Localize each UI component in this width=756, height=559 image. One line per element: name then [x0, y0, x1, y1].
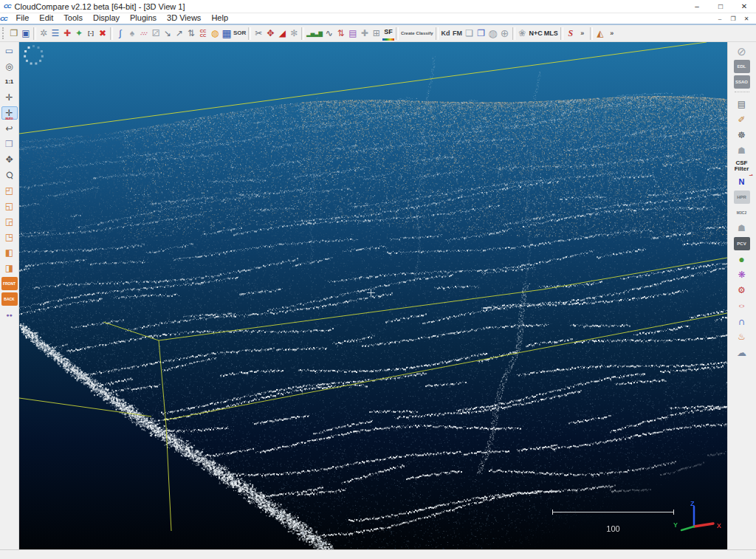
open-file-button[interactable]: ❐: [8, 27, 20, 41]
animation-plugin-button[interactable]: ▤: [734, 97, 750, 111]
menu-3d-views[interactable]: 3D Views: [162, 13, 206, 24]
normals-compute-button[interactable]: N+C: [529, 27, 543, 41]
profile-curve-button[interactable]: ∿: [323, 27, 335, 41]
menu-display[interactable]: Display: [88, 13, 125, 24]
checker-pattern-button[interactable]: ▦: [221, 27, 233, 41]
more-buttons-chevron-2[interactable]: »: [606, 27, 618, 41]
random-subsample-button[interactable]: ⚂: [150, 27, 162, 41]
flame-plugin-button[interactable]: ♨: [734, 330, 750, 343]
view-top-button[interactable]: ◰: [1, 184, 18, 197]
ssao-shader-button[interactable]: SSAO: [734, 75, 750, 89]
color-scale-button[interactable]: ▤: [347, 27, 359, 41]
mdi-minimize-button[interactable]: –: [713, 16, 726, 22]
iso-view-front-button[interactable]: FRONT: [1, 277, 18, 290]
3d-viewport[interactable]: 100 Z Y X: [19, 42, 727, 549]
mdi-restore-button[interactable]: ❐: [726, 16, 740, 22]
maximize-button[interactable]: □: [709, 0, 732, 13]
iso-view-back-button[interactable]: BACK: [1, 292, 18, 306]
save-button[interactable]: ▣: [20, 27, 32, 41]
canupo-shield-button[interactable]: ☗: [734, 144, 750, 157]
mdi-close-button[interactable]: ✕: [740, 16, 753, 22]
subsample-button[interactable]: ↘: [162, 27, 173, 41]
delete-button[interactable]: ✖: [97, 27, 109, 41]
globe-button[interactable]: ◍: [487, 27, 499, 41]
cloud-layers-button[interactable]: ☁: [734, 346, 750, 359]
histogram-button[interactable]: ▂▅▃▇: [306, 27, 323, 41]
zoom-magnifier-button[interactable]: Ϙ: [0, 165, 20, 185]
canupo-create-button[interactable]: Create: [400, 27, 416, 41]
menu-help[interactable]: Help: [206, 13, 233, 24]
cad-file-button[interactable]: ❐: [475, 27, 487, 41]
stereo-mode-button[interactable]: ●●: [1, 308, 18, 321]
bell-icon-button[interactable]: ◍: [209, 27, 221, 41]
menu-tools[interactable]: Tools: [58, 13, 88, 24]
broom-plugin-button[interactable]: ✐: [734, 113, 750, 126]
cross-section-button[interactable]: ✂: [252, 27, 264, 41]
ellipse-plugin-button[interactable]: ○: [734, 302, 750, 309]
view-left-button[interactable]: ◧: [1, 246, 18, 259]
sf-gradient-button[interactable]: SF: [382, 27, 394, 41]
sf-calculator-button[interactable]: ⊞: [371, 27, 382, 41]
menu-edit[interactable]: Edit: [34, 13, 58, 24]
minimize-button[interactable]: –: [685, 0, 709, 13]
m3c2-plugin-button[interactable]: M3C2: [734, 206, 750, 219]
poisson-recon-button[interactable]: ●: [734, 253, 750, 266]
auto-pick-pivot-button[interactable]: ✛auto: [1, 106, 18, 120]
close-button[interactable]: ✕: [732, 0, 756, 13]
cloud-cloud-distance-button[interactable]: CC CC: [197, 27, 209, 41]
interpolate-button[interactable]: ∫: [114, 27, 126, 41]
view-bottom-button[interactable]: ◱: [1, 199, 18, 213]
compass-plugin-button[interactable]: ☸: [734, 128, 750, 142]
view-back-button[interactable]: ◳: [1, 230, 18, 244]
wireframe-globe-button[interactable]: ⊕: [499, 27, 511, 41]
pcv-plugin-button[interactable]: PCV: [734, 237, 750, 250]
hpr-plugin-button[interactable]: HPR: [734, 191, 750, 204]
pcl-shield-button[interactable]: ☗: [734, 222, 750, 235]
segment-polyline-button[interactable]: ✦: [73, 27, 85, 41]
pick-rotation-center-button[interactable]: ↩: [1, 122, 18, 135]
octree-down-button[interactable]: ⇅: [185, 27, 197, 41]
view-right-button[interactable]: ◨: [1, 261, 18, 275]
csf-filter-button[interactable]: CSF Filter: [734, 160, 750, 173]
point-cloud-canvas[interactable]: [19, 42, 727, 549]
properties-list-button[interactable]: ☰: [49, 27, 61, 41]
fm-button[interactable]: FM: [452, 27, 464, 41]
mls-smooth-button[interactable]: MLS: [543, 27, 559, 41]
global-shift-settings-button[interactable]: ✲: [38, 27, 49, 41]
refresh-display-button[interactable]: ▭: [1, 44, 18, 58]
zoom-1-1-button[interactable]: 1:1: [1, 75, 18, 89]
octree-up-button[interactable]: ↗: [173, 27, 185, 41]
view-front-button[interactable]: ◲: [1, 215, 18, 228]
gears-plugin-button[interactable]: ⚙: [734, 284, 750, 297]
clamp-plugin-button[interactable]: ∩: [734, 315, 750, 328]
clip-box-button[interactable]: ◢: [276, 27, 288, 41]
perspective-box-button[interactable]: ❒: [1, 137, 18, 151]
more-buttons-chevron[interactable]: »: [577, 27, 588, 41]
merge-clouds-button[interactable]: ✚: [61, 27, 73, 41]
plugin-flower-button[interactable]: ❀: [517, 27, 529, 41]
menu-file[interactable]: File: [11, 13, 35, 24]
noise-filter-button[interactable]: ∴∵: [138, 27, 150, 41]
extract-sections-button[interactable]: [-]: [85, 27, 97, 41]
sra-button[interactable]: S: [565, 27, 577, 41]
facets-button[interactable]: ◭: [594, 27, 606, 41]
primitive-tools-button[interactable]: ✻: [288, 27, 300, 41]
filter-by-value-button[interactable]: ♠: [126, 27, 138, 41]
screenshot-camera-button[interactable]: ◎: [1, 60, 18, 73]
sf-min-max-button[interactable]: ⇅: [335, 27, 347, 41]
toolbar-drag-handle[interactable]: [2, 27, 6, 39]
menu-plugins[interactable]: Plugins: [125, 13, 162, 24]
sor-filter-button[interactable]: SOR: [233, 27, 247, 41]
mdi-child-icon[interactable]: CC: [0, 16, 7, 22]
image-file-button[interactable]: ❏: [464, 27, 475, 41]
add-sf-button[interactable]: ✚: [359, 27, 371, 41]
normals-arrow-button[interactable]: N⇀: [734, 175, 750, 188]
canupo-classify-button[interactable]: Classify: [416, 27, 434, 41]
edl-shader-button[interactable]: EDL: [734, 60, 750, 73]
ransac-plugin-button[interactable]: ❋: [734, 268, 750, 281]
translate-rotate-button[interactable]: ✥: [264, 27, 276, 41]
pan-mode-button[interactable]: ✥: [1, 153, 18, 166]
global-zoom-button[interactable]: ✛: [1, 91, 18, 104]
kd-tree-button[interactable]: Kd: [440, 27, 452, 41]
remove-shader-button[interactable]: ⊘: [734, 44, 750, 58]
